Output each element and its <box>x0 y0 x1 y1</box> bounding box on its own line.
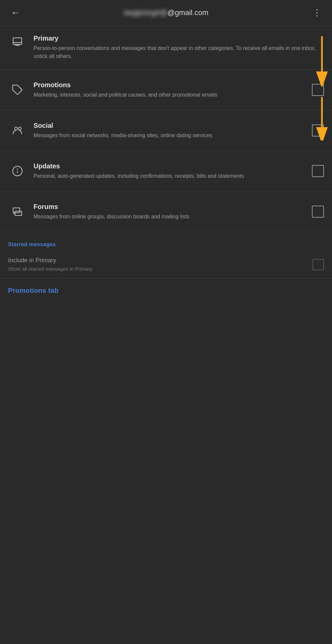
category-row-social: Social Messages from social networks, me… <box>0 110 332 151</box>
promotions-desc: Marketing, interests, social and politic… <box>34 91 307 99</box>
header: ← begijming#@@gmail.com ⋮ <box>0 0 332 25</box>
forums-desc: Messages from online groups, discussion … <box>34 213 307 221</box>
svg-rect-0 <box>13 38 22 45</box>
promotions-title: Promotions <box>34 81 307 89</box>
starred-messages-row: Include in Primary Show all starred mess… <box>0 251 332 278</box>
starred-include-desc: Show all starred messages in Primary <box>8 265 307 272</box>
category-row-updates: Updates Personal, auto-generated updates… <box>0 151 332 191</box>
primary-desc: Person-to-person conversations and messa… <box>34 44 319 60</box>
category-row-forums: Forums Messages from online groups, disc… <box>0 192 332 232</box>
promotions-icon <box>8 84 27 96</box>
updates-title: Updates <box>34 162 307 170</box>
social-content: Social Messages from social networks, me… <box>34 122 312 140</box>
category-row-promotions: Promotions Marketing, interests, social … <box>0 70 332 110</box>
primary-content: Primary Person-to-person conversations a… <box>34 35 324 60</box>
starred-content: Include in Primary Show all starred mess… <box>8 257 313 272</box>
updates-icon <box>8 165 27 177</box>
social-title: Social <box>34 122 307 129</box>
updates-desc: Personal, auto-generated updates, includ… <box>34 172 307 180</box>
starred-include-title: Include in Primary <box>8 257 307 264</box>
category-row-primary: Primary Person-to-person conversations a… <box>0 26 332 69</box>
svg-rect-15 <box>15 211 22 216</box>
forums-content: Forums Messages from online groups, disc… <box>34 203 312 221</box>
promotions-tab-section: Promotions tab <box>0 279 332 298</box>
social-checkbox[interactable] <box>312 124 324 137</box>
svg-point-7 <box>18 127 21 130</box>
email-domain: @gmail.com <box>168 8 209 17</box>
svg-rect-13 <box>13 208 20 213</box>
social-desc: Messages from social networks, media-sha… <box>34 131 307 140</box>
updates-checkbox[interactable] <box>312 165 324 177</box>
updates-content: Updates Personal, auto-generated updates… <box>34 162 312 180</box>
more-options-button[interactable]: ⋮ <box>310 6 324 19</box>
starred-messages-section-title: Starred messages <box>0 232 332 251</box>
promotions-tab-title: Promotions tab <box>8 287 324 294</box>
social-icon <box>8 125 27 136</box>
primary-title: Primary <box>34 35 319 42</box>
header-email: begijming#@@gmail.com <box>23 8 310 17</box>
forums-icon <box>8 206 27 217</box>
forums-checkbox[interactable] <box>312 206 324 218</box>
promotions-checkbox[interactable] <box>312 84 324 96</box>
back-button[interactable]: ← <box>8 6 23 19</box>
starred-checkbox[interactable] <box>313 259 324 270</box>
promotions-content: Promotions Marketing, interests, social … <box>34 81 312 99</box>
svg-point-6 <box>15 127 18 130</box>
primary-icon <box>8 36 27 47</box>
email-blurred-part: begijming#@ <box>124 8 168 17</box>
svg-rect-2 <box>15 45 19 46</box>
forums-title: Forums <box>34 203 307 211</box>
